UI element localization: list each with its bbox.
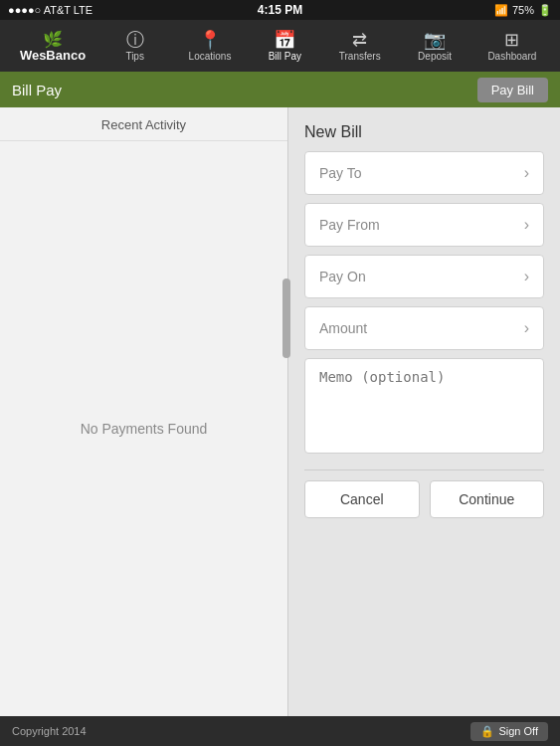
bill-pay-label: Bill Pay bbox=[269, 51, 301, 62]
lock-icon: 🔒 bbox=[480, 725, 494, 738]
nav-item-tips[interactable]: ⓘ Tips bbox=[105, 27, 165, 66]
pay-on-label: Pay On bbox=[319, 269, 366, 284]
pay-to-chevron-icon: › bbox=[524, 164, 529, 182]
dashboard-icon: ⊞ bbox=[504, 31, 519, 49]
status-left: ●●●●○ AT&T LTE bbox=[8, 4, 93, 16]
pay-bill-button[interactable]: Pay Bill bbox=[477, 78, 548, 102]
scroll-handle[interactable] bbox=[282, 279, 290, 358]
sign-off-label: Sign Off bbox=[498, 725, 538, 737]
tips-icon: ⓘ bbox=[126, 31, 144, 49]
deposit-label: Deposit bbox=[418, 51, 452, 62]
pay-on-chevron-icon: › bbox=[524, 268, 529, 285]
transfers-icon: ⇄ bbox=[352, 31, 367, 49]
nav-item-transfers[interactable]: ⇄ Transfers bbox=[330, 27, 390, 66]
page-title: Bill Pay bbox=[12, 82, 62, 98]
nav-item-deposit[interactable]: 📷 Deposit bbox=[405, 27, 465, 66]
status-bar: ●●●●○ AT&T LTE 4:15 PM 📶 75% 🔋 bbox=[0, 0, 560, 20]
action-buttons: Cancel Continue bbox=[304, 480, 544, 518]
time-display: 4:15 PM bbox=[258, 3, 302, 17]
status-right: 📶 75% 🔋 bbox=[494, 4, 552, 17]
nav-items: ⓘ Tips 📍 Locations 📅 Bill Pay ⇄ Transfer… bbox=[97, 27, 552, 66]
top-nav: 🌿 WesBanco ⓘ Tips 📍 Locations 📅 Bill Pay… bbox=[0, 20, 560, 72]
main-content: Recent Activity No Payments Found New Bi… bbox=[0, 107, 560, 716]
logo-area: 🌿 WesBanco bbox=[8, 30, 97, 62]
memo-field[interactable] bbox=[304, 358, 544, 454]
copyright-text: Copyright 2014 bbox=[12, 725, 87, 737]
pay-from-field[interactable]: Pay From › bbox=[304, 203, 544, 247]
logo-text: WesBanco bbox=[20, 49, 86, 62]
bill-pay-icon: 📅 bbox=[274, 31, 295, 49]
no-payments-message: No Payments Found bbox=[0, 141, 287, 716]
cancel-button[interactable]: Cancel bbox=[304, 480, 420, 518]
bluetooth-icon: 📶 bbox=[494, 4, 508, 17]
amount-label: Amount bbox=[319, 320, 367, 336]
form-divider bbox=[304, 469, 544, 470]
logo-leaf-icon: 🌿 bbox=[43, 30, 63, 49]
left-panel: Recent Activity No Payments Found bbox=[0, 107, 288, 716]
locations-icon: 📍 bbox=[199, 31, 221, 49]
footer: Copyright 2014 🔒 Sign Off bbox=[0, 716, 560, 746]
tips-label: Tips bbox=[125, 51, 144, 62]
recent-activity-header: Recent Activity bbox=[0, 107, 287, 141]
right-panel: New Bill Pay To › Pay From › Pay On › Am… bbox=[288, 107, 560, 716]
nav-item-dashboard[interactable]: ⊞ Dashboard bbox=[479, 27, 544, 66]
pay-on-field[interactable]: Pay On › bbox=[304, 255, 544, 298]
app-bar: Bill Pay Pay Bill bbox=[0, 72, 560, 107]
pay-to-field[interactable]: Pay To › bbox=[304, 151, 544, 195]
pay-from-label: Pay From bbox=[319, 217, 380, 233]
memo-input[interactable] bbox=[319, 369, 529, 443]
battery-icon: 🔋 bbox=[538, 4, 552, 17]
battery-text: 75% bbox=[512, 4, 534, 16]
transfers-label: Transfers bbox=[339, 51, 381, 62]
amount-field[interactable]: Amount › bbox=[304, 306, 544, 350]
dashboard-label: Dashboard bbox=[487, 51, 536, 62]
pay-to-label: Pay To bbox=[319, 165, 362, 181]
new-bill-title: New Bill bbox=[304, 123, 544, 141]
sign-off-button[interactable]: 🔒 Sign Off bbox=[470, 722, 548, 741]
deposit-icon: 📷 bbox=[424, 31, 446, 49]
nav-item-locations[interactable]: 📍 Locations bbox=[180, 27, 240, 66]
amount-chevron-icon: › bbox=[524, 319, 529, 337]
continue-button[interactable]: Continue bbox=[430, 480, 545, 518]
pay-from-chevron-icon: › bbox=[524, 216, 529, 234]
locations-label: Locations bbox=[189, 51, 232, 62]
nav-item-bill-pay[interactable]: 📅 Bill Pay bbox=[255, 27, 314, 66]
carrier-text: ●●●●○ AT&T LTE bbox=[8, 4, 93, 16]
